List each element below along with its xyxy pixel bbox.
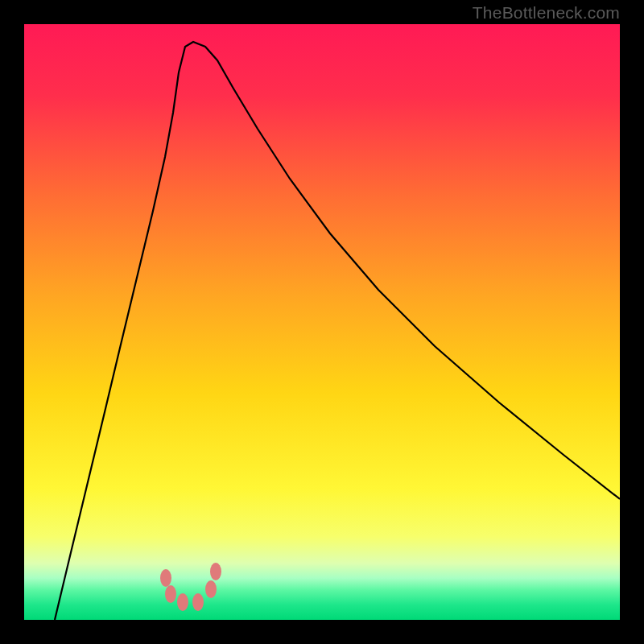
watermark-text: TheBottleneck.com bbox=[473, 3, 620, 23]
highlight-right-2 bbox=[210, 563, 221, 580]
highlight-left-1 bbox=[160, 569, 171, 587]
bottleneck-curve bbox=[55, 42, 620, 620]
highlight-bottom-2 bbox=[192, 593, 204, 611]
highlight-right-1 bbox=[205, 580, 217, 598]
chart-frame: TheBottleneck.com bbox=[0, 0, 644, 644]
highlight-markers bbox=[160, 563, 221, 611]
curve-layer bbox=[24, 24, 620, 620]
plot-area bbox=[24, 24, 620, 620]
highlight-left-2 bbox=[165, 585, 176, 603]
highlight-bottom-1 bbox=[177, 593, 188, 611]
